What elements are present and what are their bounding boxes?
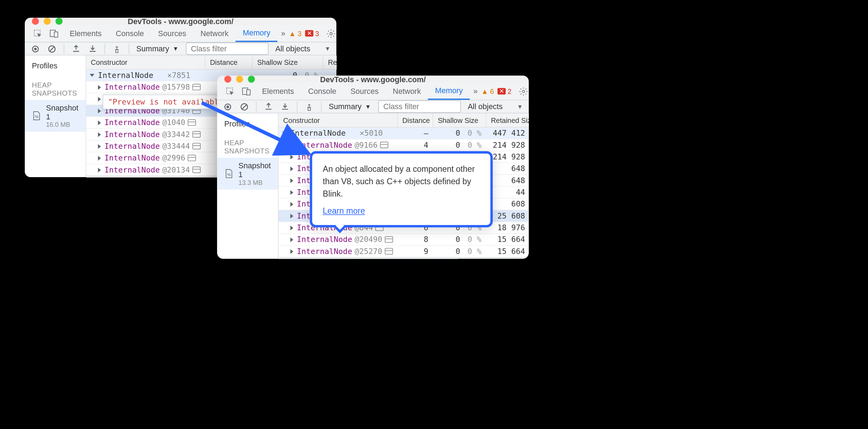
- caret-right-icon: [290, 178, 293, 183]
- chevron-down-icon[interactable]: ▼: [325, 45, 331, 52]
- caret-right-icon: [290, 202, 293, 206]
- caret-right-icon: [290, 237, 293, 242]
- svg-point-5: [34, 47, 36, 50]
- col-distance[interactable]: Distance: [205, 56, 252, 69]
- tab-console[interactable]: Console: [109, 26, 151, 41]
- class-filter-input[interactable]: [378, 100, 461, 113]
- window-titlebar[interactable]: DevTools - www.google.com/: [217, 75, 529, 83]
- import-icon[interactable]: [88, 44, 97, 53]
- element-icon: [188, 155, 196, 161]
- gear-icon[interactable]: [322, 26, 336, 40]
- caret-right-icon: [98, 85, 101, 89]
- export-icon[interactable]: [264, 102, 273, 112]
- tab-sources[interactable]: Sources: [151, 26, 194, 41]
- tab-sources[interactable]: Sources: [343, 83, 386, 99]
- caret-right-icon: [98, 108, 101, 113]
- clear-icon[interactable]: [47, 44, 57, 53]
- warnings-badge[interactable]: ▲ 6: [481, 87, 494, 95]
- gc-icon[interactable]: [112, 44, 122, 53]
- popover-text: An object allocated by a component other…: [323, 163, 480, 200]
- chevron-down-icon[interactable]: ▼: [517, 103, 523, 110]
- record-icon[interactable]: [223, 102, 233, 112]
- device-icon[interactable]: [238, 84, 255, 98]
- col-shallow[interactable]: Shallow Size: [252, 56, 323, 69]
- snapshot-icon: %: [224, 169, 234, 179]
- tab-elements[interactable]: Elements: [63, 26, 109, 41]
- object-id: @15798: [162, 83, 190, 91]
- export-icon[interactable]: [72, 44, 81, 53]
- caret-right-icon: [290, 249, 293, 254]
- tab-network[interactable]: Network: [386, 83, 428, 99]
- col-constructor[interactable]: Constructor: [279, 113, 398, 127]
- preview-tooltip: "Preview is not available": [103, 95, 233, 109]
- tab-memory[interactable]: Memory: [236, 25, 278, 42]
- retainers-pane[interactable]: Retainers: [279, 258, 529, 259]
- object-name: InternalNode: [297, 141, 352, 149]
- snapshot-item[interactable]: % Snapshot 1 13.3 MB: [217, 158, 278, 190]
- tab-elements[interactable]: Elements: [255, 83, 301, 99]
- caret-right-icon: [290, 143, 293, 147]
- object-row[interactable]: InternalNode @20490 800 %15 6640 %: [279, 234, 529, 245]
- profiles-sidebar: Profiles HEAP SNAPSHOTS % Snapshot 1 13.…: [217, 113, 278, 259]
- gc-icon[interactable]: [304, 102, 314, 112]
- class-filter-input[interactable]: [185, 43, 268, 55]
- more-tabs-icon[interactable]: »: [278, 27, 289, 40]
- device-icon[interactable]: [46, 26, 63, 40]
- object-name: InternalNode: [104, 142, 160, 151]
- object-name: InternalNode: [104, 153, 160, 162]
- svg-rect-2: [54, 32, 58, 37]
- element-icon: [192, 131, 200, 137]
- tab-network[interactable]: Network: [193, 26, 236, 41]
- view-select[interactable]: Summary ▼: [136, 44, 178, 53]
- inspect-icon[interactable]: [29, 26, 46, 40]
- inspect-icon[interactable]: [222, 84, 239, 98]
- window-title: DevTools - www.google.com/: [25, 18, 336, 26]
- col-constructor[interactable]: Constructor: [86, 56, 205, 69]
- snapshot-size: 13.3 MB: [238, 179, 271, 186]
- svg-text:%: %: [227, 172, 231, 177]
- learn-more-link[interactable]: Learn more: [323, 206, 365, 216]
- caret-right-icon: [98, 156, 101, 160]
- memory-toolbar: Summary ▼ All objects ▼: [217, 100, 529, 113]
- chevron-down-icon: ▼: [173, 45, 179, 52]
- svg-rect-8: [116, 49, 118, 52]
- scope-select[interactable]: All objects: [275, 44, 310, 53]
- sidebar-section: HEAP SNAPSHOTS: [25, 76, 86, 100]
- errors-badge[interactable]: ✕ 2: [497, 87, 511, 95]
- tab-memory[interactable]: Memory: [428, 83, 470, 100]
- element-icon: [192, 84, 200, 90]
- snapshot-item[interactable]: % Snapshot 1 16.0 MB: [25, 100, 86, 132]
- snapshot-size: 16.0 MB: [46, 121, 79, 128]
- gear-icon[interactable]: [515, 84, 529, 98]
- warnings-badge[interactable]: ▲ 3: [289, 29, 302, 38]
- scope-select[interactable]: All objects: [468, 102, 503, 111]
- window-title: DevTools - www.google.com/: [217, 75, 529, 84]
- svg-point-3: [330, 32, 332, 35]
- caret-right-icon: [98, 120, 101, 125]
- clear-icon[interactable]: [240, 102, 249, 112]
- col-retained[interactable]: Retained Size ▼: [486, 113, 529, 127]
- object-row[interactable]: InternalNode @25270 900 %15 6640 %: [279, 245, 529, 257]
- col-shallow[interactable]: Shallow Size: [433, 113, 486, 127]
- record-icon[interactable]: [31, 44, 40, 53]
- table-header: Constructor Distance Shallow Size Retain…: [279, 113, 529, 128]
- svg-line-17: [242, 104, 246, 109]
- more-tabs-icon[interactable]: »: [470, 84, 481, 98]
- sidebar-section: HEAP SNAPSHOTS: [217, 134, 278, 158]
- constructor-group-row[interactable]: InternalNode ×5010 – 00 % 447 4123 %: [279, 128, 529, 139]
- col-retained[interactable]: Retained Size ▼: [323, 56, 336, 69]
- view-select[interactable]: Summary ▼: [329, 102, 371, 111]
- object-id: @9166: [355, 141, 378, 149]
- object-row[interactable]: InternalNode @9166 400 %214 9282 %: [279, 139, 529, 151]
- object-id: @20134: [162, 165, 190, 174]
- col-distance[interactable]: Distance: [398, 113, 433, 127]
- object-name: InternalNode: [297, 235, 352, 244]
- tab-console[interactable]: Console: [301, 83, 344, 99]
- errors-badge[interactable]: ✕ 3: [305, 29, 319, 38]
- window-titlebar[interactable]: DevTools - www.google.com/: [25, 18, 336, 25]
- object-name: InternalNode: [104, 165, 160, 174]
- import-icon[interactable]: [280, 102, 290, 112]
- element-icon: [192, 166, 200, 173]
- caret-right-icon: [290, 154, 293, 159]
- panel-tabs: Elements Console Sources Network Memory …: [217, 83, 529, 100]
